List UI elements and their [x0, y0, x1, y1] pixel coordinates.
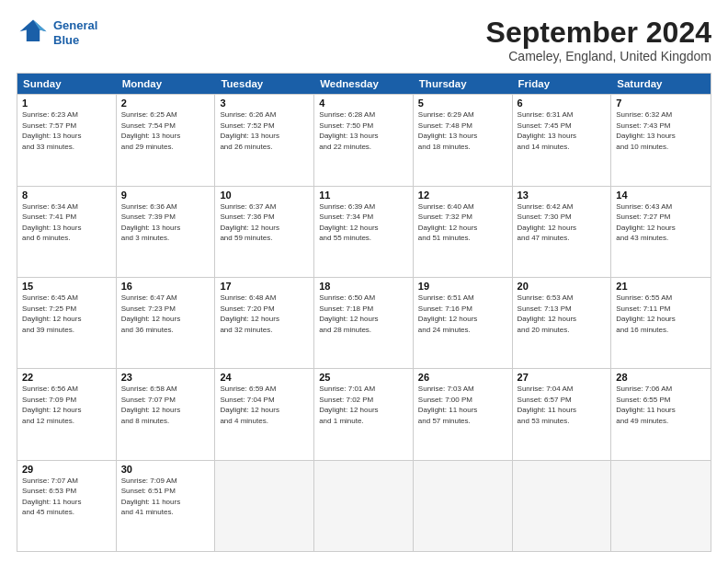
- cell-info: Sunrise: 6:53 AMSunset: 7:13 PMDaylight:…: [518, 293, 607, 335]
- calendar-cell: 8Sunrise: 6:34 AMSunset: 7:41 PMDaylight…: [17, 187, 117, 277]
- logo-text: General Blue: [53, 18, 97, 47]
- cell-info: Sunrise: 7:01 AMSunset: 7:02 PMDaylight:…: [319, 384, 408, 426]
- calendar-cell: [314, 461, 414, 551]
- title-block: September 2024 Cameley, England, United …: [486, 17, 711, 63]
- cell-info: Sunrise: 6:36 AMSunset: 7:39 PMDaylight:…: [121, 201, 210, 244]
- cell-info: Sunrise: 6:55 AMSunset: 7:11 PMDaylight:…: [616, 293, 706, 335]
- calendar-cell: 6Sunrise: 6:31 AMSunset: 7:45 PMDaylight…: [513, 95, 612, 185]
- day-number: 6: [518, 98, 607, 109]
- calendar-cell: 16Sunrise: 6:47 AMSunset: 7:23 PMDayligh…: [117, 278, 216, 368]
- cell-info: Sunrise: 6:28 AMSunset: 7:50 PMDaylight:…: [319, 109, 408, 152]
- cell-info: Sunrise: 6:32 AMSunset: 7:43 PMDaylight:…: [616, 109, 706, 152]
- calendar-cell: 27Sunrise: 7:04 AMSunset: 6:57 PMDayligh…: [513, 369, 612, 459]
- day-number: 19: [418, 281, 507, 292]
- col-saturday: Saturday: [611, 74, 711, 94]
- cell-info: Sunrise: 6:31 AMSunset: 7:45 PMDaylight:…: [518, 109, 607, 152]
- calendar-header: Sunday Monday Tuesday Wednesday Thursday…: [17, 74, 711, 94]
- calendar-cell: 9Sunrise: 6:36 AMSunset: 7:39 PMDaylight…: [117, 187, 216, 277]
- cell-info: Sunrise: 6:39 AMSunset: 7:34 PMDaylight:…: [319, 201, 408, 244]
- day-number: 24: [220, 372, 309, 383]
- day-number: 2: [121, 98, 210, 109]
- cell-info: Sunrise: 6:34 AMSunset: 7:41 PMDaylight:…: [22, 201, 111, 244]
- day-number: 17: [220, 281, 309, 292]
- day-number: 20: [518, 281, 607, 292]
- calendar-cell: [513, 461, 612, 551]
- cell-info: Sunrise: 6:43 AMSunset: 7:27 PMDaylight:…: [616, 201, 706, 244]
- cell-info: Sunrise: 7:07 AMSunset: 6:53 PMDaylight:…: [22, 476, 111, 518]
- col-wednesday: Wednesday: [314, 74, 414, 94]
- calendar-cell: 26Sunrise: 7:03 AMSunset: 7:00 PMDayligh…: [414, 369, 513, 459]
- cell-info: Sunrise: 7:09 AMSunset: 6:51 PMDaylight:…: [121, 476, 210, 518]
- calendar-cell: 28Sunrise: 7:06 AMSunset: 6:55 PMDayligh…: [611, 369, 711, 459]
- calendar-cell: 18Sunrise: 6:50 AMSunset: 7:18 PMDayligh…: [314, 278, 414, 368]
- calendar-body: 1Sunrise: 6:23 AMSunset: 7:57 PMDaylight…: [17, 94, 711, 551]
- cell-info: Sunrise: 6:42 AMSunset: 7:30 PMDaylight:…: [518, 201, 607, 244]
- page: General Blue September 2024 Cameley, Eng…: [0, 0, 728, 563]
- day-number: 22: [22, 372, 111, 383]
- cell-info: Sunrise: 6:58 AMSunset: 7:07 PMDaylight:…: [121, 384, 210, 426]
- day-number: 10: [220, 190, 309, 201]
- calendar-cell: 14Sunrise: 6:43 AMSunset: 7:27 PMDayligh…: [611, 187, 711, 277]
- cell-info: Sunrise: 6:29 AMSunset: 7:48 PMDaylight:…: [418, 109, 507, 152]
- cell-info: Sunrise: 7:06 AMSunset: 6:55 PMDaylight:…: [616, 384, 706, 426]
- calendar-row: 29Sunrise: 7:07 AMSunset: 6:53 PMDayligh…: [17, 460, 711, 551]
- day-number: 27: [518, 372, 607, 383]
- calendar-cell: 4Sunrise: 6:28 AMSunset: 7:50 PMDaylight…: [314, 95, 414, 185]
- calendar-cell: 1Sunrise: 6:23 AMSunset: 7:57 PMDaylight…: [17, 95, 117, 185]
- col-thursday: Thursday: [414, 74, 513, 94]
- calendar-cell: 23Sunrise: 6:58 AMSunset: 7:07 PMDayligh…: [117, 369, 216, 459]
- calendar-cell: 29Sunrise: 7:07 AMSunset: 6:53 PMDayligh…: [17, 461, 117, 551]
- calendar-cell: 25Sunrise: 7:01 AMSunset: 7:02 PMDayligh…: [314, 369, 414, 459]
- day-number: 8: [22, 190, 111, 201]
- location: Cameley, England, United Kingdom: [486, 49, 711, 63]
- calendar-cell: 2Sunrise: 6:25 AMSunset: 7:54 PMDaylight…: [117, 95, 216, 185]
- day-number: 14: [616, 190, 706, 201]
- day-number: 9: [121, 190, 210, 201]
- cell-info: Sunrise: 6:48 AMSunset: 7:20 PMDaylight:…: [220, 293, 309, 335]
- cell-info: Sunrise: 7:03 AMSunset: 7:00 PMDaylight:…: [418, 384, 507, 426]
- cell-info: Sunrise: 6:59 AMSunset: 7:04 PMDaylight:…: [220, 384, 309, 426]
- day-number: 5: [418, 98, 507, 109]
- calendar-cell: 7Sunrise: 6:32 AMSunset: 7:43 PMDaylight…: [611, 95, 711, 185]
- calendar-cell: 5Sunrise: 6:29 AMSunset: 7:48 PMDaylight…: [414, 95, 513, 185]
- cell-info: Sunrise: 6:23 AMSunset: 7:57 PMDaylight:…: [22, 109, 111, 152]
- calendar-row: 8Sunrise: 6:34 AMSunset: 7:41 PMDaylight…: [17, 186, 711, 277]
- calendar: Sunday Monday Tuesday Wednesday Thursday…: [17, 73, 711, 552]
- day-number: 15: [22, 281, 111, 292]
- col-tuesday: Tuesday: [215, 74, 314, 94]
- calendar-row: 1Sunrise: 6:23 AMSunset: 7:57 PMDaylight…: [17, 94, 711, 185]
- cell-info: Sunrise: 6:37 AMSunset: 7:36 PMDaylight:…: [220, 201, 309, 244]
- day-number: 7: [616, 98, 706, 109]
- calendar-row: 22Sunrise: 6:56 AMSunset: 7:09 PMDayligh…: [17, 368, 711, 459]
- calendar-cell: 22Sunrise: 6:56 AMSunset: 7:09 PMDayligh…: [17, 369, 117, 459]
- cell-info: Sunrise: 7:04 AMSunset: 6:57 PMDaylight:…: [518, 384, 607, 426]
- cell-info: Sunrise: 6:40 AMSunset: 7:32 PMDaylight:…: [418, 201, 507, 244]
- svg-marker-0: [20, 20, 47, 41]
- calendar-cell: 21Sunrise: 6:55 AMSunset: 7:11 PMDayligh…: [611, 278, 711, 368]
- day-number: 23: [121, 372, 210, 383]
- cell-info: Sunrise: 6:56 AMSunset: 7:09 PMDaylight:…: [22, 384, 111, 426]
- calendar-cell: [414, 461, 513, 551]
- calendar-cell: 11Sunrise: 6:39 AMSunset: 7:34 PMDayligh…: [314, 187, 414, 277]
- cell-info: Sunrise: 6:51 AMSunset: 7:16 PMDaylight:…: [418, 293, 507, 335]
- day-number: 3: [220, 98, 309, 109]
- col-sunday: Sunday: [17, 74, 117, 94]
- calendar-cell: 30Sunrise: 7:09 AMSunset: 6:51 PMDayligh…: [117, 461, 216, 551]
- calendar-cell: 24Sunrise: 6:59 AMSunset: 7:04 PMDayligh…: [215, 369, 314, 459]
- day-number: 25: [319, 372, 408, 383]
- day-number: 18: [319, 281, 408, 292]
- calendar-cell: 3Sunrise: 6:26 AMSunset: 7:52 PMDaylight…: [215, 95, 314, 185]
- col-monday: Monday: [117, 74, 216, 94]
- logo-icon: [17, 17, 50, 50]
- day-number: 29: [22, 464, 111, 475]
- day-number: 30: [121, 464, 210, 475]
- cell-info: Sunrise: 6:26 AMSunset: 7:52 PMDaylight:…: [220, 109, 309, 152]
- day-number: 21: [616, 281, 706, 292]
- day-number: 26: [418, 372, 507, 383]
- calendar-cell: 13Sunrise: 6:42 AMSunset: 7:30 PMDayligh…: [513, 187, 612, 277]
- day-number: 16: [121, 281, 210, 292]
- calendar-cell: 19Sunrise: 6:51 AMSunset: 7:16 PMDayligh…: [414, 278, 513, 368]
- logo: General Blue: [17, 17, 97, 50]
- calendar-cell: 12Sunrise: 6:40 AMSunset: 7:32 PMDayligh…: [414, 187, 513, 277]
- day-number: 1: [22, 98, 111, 109]
